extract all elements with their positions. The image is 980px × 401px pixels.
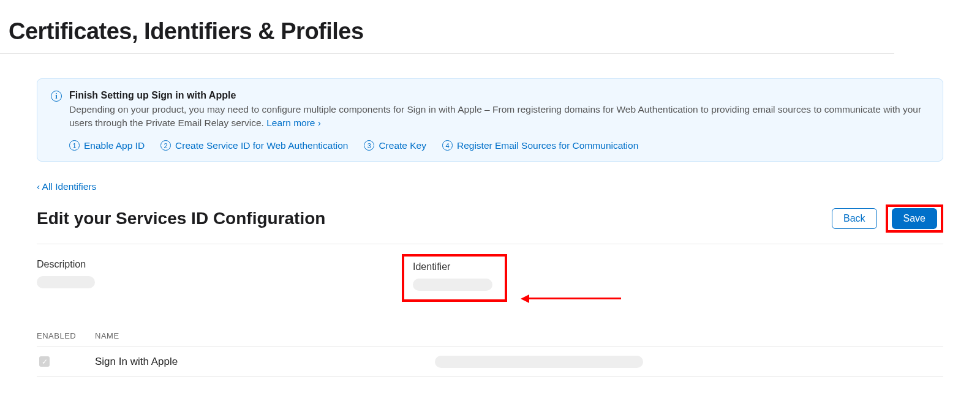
all-identifiers-link[interactable]: ‹ All Identifiers — [37, 181, 96, 192]
learn-more-link[interactable]: Learn more › — [266, 118, 321, 128]
identifier-highlight-annotation: Identifier — [402, 254, 507, 302]
info-panel: i Finish Setting up Sign in with Apple D… — [37, 78, 943, 162]
enabled-checkbox[interactable]: ✓ — [39, 356, 50, 367]
step-label: Create Service ID for Web Authentication — [175, 140, 348, 151]
save-highlight-annotation: Save — [886, 204, 943, 233]
back-button[interactable]: Back — [832, 208, 877, 229]
step-number-icon: 2 — [160, 140, 171, 151]
section-title: Edit your Services ID Configuration — [37, 209, 325, 228]
step-label: Register Email Sources for Communication — [457, 140, 638, 151]
step-number-icon: 4 — [442, 140, 453, 151]
step-label: Enable App ID — [84, 140, 145, 151]
page-title: Certificates, Identifiers & Profiles — [0, 0, 894, 54]
step-create-service-id[interactable]: 2 Create Service ID for Web Authenticati… — [160, 140, 348, 151]
info-title: Finish Setting up Sign in with Apple — [69, 90, 929, 101]
step-create-key[interactable]: 3 Create Key — [364, 140, 426, 151]
step-register-email-sources[interactable]: 4 Register Email Sources for Communicati… — [442, 140, 638, 151]
capability-detail-redacted — [435, 356, 643, 368]
setup-steps: 1 Enable App ID 2 Create Service ID for … — [69, 140, 929, 151]
capability-name: Sign In with Apple — [95, 356, 178, 368]
step-enable-app-id[interactable]: 1 Enable App ID — [69, 140, 145, 151]
description-label: Description — [37, 259, 410, 270]
table-row: ✓ Sign In with Apple — [37, 347, 943, 377]
capabilities-table-header: ENABLED NAME — [37, 331, 943, 347]
identifier-label: Identifier — [413, 261, 496, 272]
identifier-value-redacted — [413, 279, 492, 291]
info-description: Depending on your product, you may need … — [69, 103, 929, 130]
step-label: Create Key — [379, 140, 426, 151]
step-number-icon: 1 — [69, 140, 80, 151]
arrow-annotation-icon — [521, 294, 621, 303]
col-name-header: NAME — [95, 331, 943, 340]
col-enabled-header: ENABLED — [37, 331, 95, 340]
description-value-redacted — [37, 276, 95, 288]
save-button[interactable]: Save — [892, 208, 937, 229]
step-number-icon: 3 — [364, 140, 374, 151]
info-icon: i — [51, 91, 62, 102]
breadcrumb: ‹ All Identifiers — [37, 181, 943, 192]
info-desc-text: Depending on your product, you may need … — [69, 104, 921, 128]
